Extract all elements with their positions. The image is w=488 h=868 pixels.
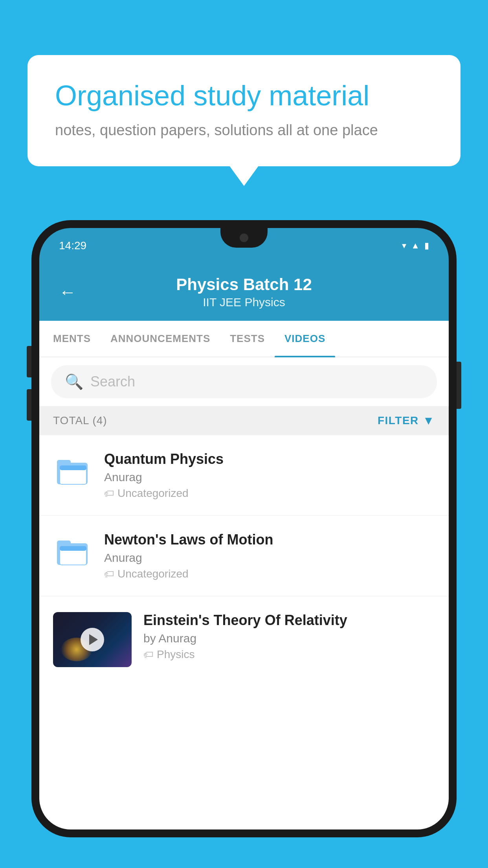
folder-icon-wrap-2 xyxy=(53,531,92,571)
header-title: Physics Batch 12 xyxy=(88,275,400,294)
video-thumbnail xyxy=(53,612,132,667)
status-time: 14:29 xyxy=(59,239,86,252)
tag-text-3: Physics xyxy=(157,648,194,661)
volume-up-button xyxy=(27,346,31,377)
status-bar: 14:29 ▾ ▲ ▮ xyxy=(39,228,449,263)
video-title-3: Einstein's Theory Of Relativity xyxy=(143,612,435,629)
video-author: Anurag xyxy=(104,471,435,484)
speech-bubble: Organised study material notes, question… xyxy=(28,55,460,166)
header-title-area: Physics Batch 12 IIT JEE Physics xyxy=(88,275,400,309)
svg-rect-5 xyxy=(57,541,71,546)
filter-icon: ▼ xyxy=(423,414,435,427)
video-tag: 🏷 Uncategorized xyxy=(104,487,435,500)
svg-rect-1 xyxy=(57,460,71,465)
wifi-icon: ▾ xyxy=(402,241,406,251)
video-info-2: Newton's Laws of Motion Anurag 🏷 Uncateg… xyxy=(104,531,435,580)
folder-icon xyxy=(55,453,90,488)
filter-label: FILTER xyxy=(378,414,419,427)
speech-bubble-container: Organised study material notes, question… xyxy=(28,55,460,166)
tag-icon-3: 🏷 xyxy=(143,649,154,661)
video-author-3: by Anurag xyxy=(143,632,435,645)
volume-down-button xyxy=(27,389,31,421)
power-button xyxy=(457,362,461,409)
tag-icon: 🏷 xyxy=(104,487,114,500)
camera xyxy=(240,234,248,242)
tag-text-2: Uncategorized xyxy=(117,568,189,580)
video-list: Quantum Physics Anurag 🏷 Uncategorized xyxy=(39,435,449,683)
search-container: 🔍 Search xyxy=(39,357,449,406)
list-item[interactable]: Quantum Physics Anurag 🏷 Uncategorized xyxy=(39,435,449,516)
video-info: Quantum Physics Anurag 🏷 Uncategorized xyxy=(104,451,435,500)
search-icon: 🔍 xyxy=(65,373,83,390)
tab-announcements[interactable]: ANNOUNCEMENTS xyxy=(101,321,220,357)
play-button[interactable] xyxy=(81,628,104,651)
folder-icon-2 xyxy=(55,533,90,569)
status-icons: ▾ ▲ ▮ xyxy=(402,241,429,251)
signal-icon: ▲ xyxy=(411,241,420,251)
list-item[interactable]: Newton's Laws of Motion Anurag 🏷 Uncateg… xyxy=(39,516,449,596)
video-tag-3: 🏷 Physics xyxy=(143,648,435,661)
phone-screen: ← Physics Batch 12 IIT JEE Physics MENTS… xyxy=(39,263,449,829)
phone-frame: 14:29 ▾ ▲ ▮ ← Physics Batch 12 IIT JEE P… xyxy=(31,220,457,837)
bubble-title: Organised study material xyxy=(55,79,433,112)
svg-rect-7 xyxy=(60,546,86,551)
search-placeholder: Search xyxy=(90,373,135,390)
phone-wrapper: 14:29 ▾ ▲ ▮ ← Physics Batch 12 IIT JEE P… xyxy=(31,220,457,868)
search-bar[interactable]: 🔍 Search xyxy=(51,365,437,398)
video-title: Quantum Physics xyxy=(104,451,435,467)
svg-rect-3 xyxy=(60,465,86,470)
tag-text: Uncategorized xyxy=(117,487,189,500)
list-item[interactable]: Einstein's Theory Of Relativity by Anura… xyxy=(39,596,449,683)
tag-icon-2: 🏷 xyxy=(104,568,114,580)
filter-button[interactable]: FILTER ▼ xyxy=(378,414,435,427)
notch xyxy=(220,228,268,248)
filter-row: TOTAL (4) FILTER ▼ xyxy=(39,406,449,435)
total-count: TOTAL (4) xyxy=(53,414,107,427)
app-header: ← Physics Batch 12 IIT JEE Physics xyxy=(39,263,449,321)
tabs-bar: MENTS ANNOUNCEMENTS TESTS VIDEOS xyxy=(39,321,449,357)
tab-tests[interactable]: TESTS xyxy=(220,321,275,357)
play-triangle xyxy=(89,634,98,645)
video-title-2: Newton's Laws of Motion xyxy=(104,531,435,548)
back-button[interactable]: ← xyxy=(59,282,76,302)
battery-icon: ▮ xyxy=(424,241,429,251)
video-info-3: Einstein's Theory Of Relativity by Anura… xyxy=(143,612,435,661)
video-author-2: Anurag xyxy=(104,551,435,565)
tab-ments[interactable]: MENTS xyxy=(43,321,101,357)
tab-videos[interactable]: VIDEOS xyxy=(275,321,335,357)
bubble-subtitle: notes, question papers, solutions all at… xyxy=(55,122,433,139)
video-tag-2: 🏷 Uncategorized xyxy=(104,568,435,580)
folder-icon-wrap xyxy=(53,451,92,490)
header-subtitle: IIT JEE Physics xyxy=(88,296,400,309)
